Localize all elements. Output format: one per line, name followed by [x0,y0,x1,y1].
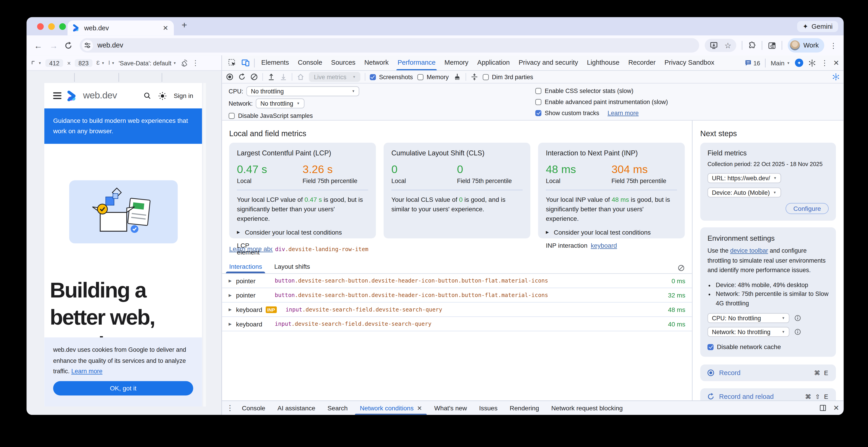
theme-toggle-icon[interactable] [158,92,167,100]
interaction-row[interactable]: ▶ pointer button.devsite-search-button.d… [222,274,692,288]
close-drawer-icon[interactable]: ✕ [833,404,839,412]
site-search-icon[interactable] [143,92,151,100]
rotate-device-icon[interactable] [180,59,188,67]
device-toolbar-toggle-icon[interactable] [239,59,252,67]
address-bar[interactable]: web.dev [80,38,699,53]
site-settings-icon[interactable] [82,40,93,51]
inspect-element-icon[interactable] [225,59,239,67]
tab-privacy-security[interactable]: Privacy and security [514,56,583,70]
drawer-tab-console[interactable]: Console [236,401,272,415]
browser-tab[interactable]: web.dev ✕ [67,20,174,35]
tab-application[interactable]: Application [473,56,515,70]
disable-network-cache-checkbox[interactable]: Disable network cache [708,343,829,350]
tab-privacy-sandbox[interactable]: Privacy Sandbox [660,56,719,70]
interaction-row[interactable]: ▶ keyboard input.devsite-search-field.de… [222,317,692,332]
load-profile-icon[interactable] [267,73,275,81]
device-height-input[interactable]: 823 [74,59,92,67]
device-toolbar-menu-icon[interactable]: ⋮ [192,59,199,67]
devtools-menu-icon[interactable]: ⋮ [821,59,828,67]
field-url-select[interactable]: URL: https://web.dev/▼ [708,173,781,183]
clear-icon[interactable] [250,73,258,81]
advanced-paint-checkbox[interactable]: Enable advanced paint instrumentation (s… [535,98,668,105]
drawer-tab-network-conditions[interactable]: Network conditions✕ [354,401,428,415]
cpu-info-icon[interactable] [795,315,801,321]
close-drawer-tab-icon[interactable]: ✕ [417,401,422,415]
clear-interactions-icon[interactable] [678,265,685,272]
cpu-throttling-select[interactable]: No throttling▼ [247,86,360,96]
dim-3rd-parties-checkbox[interactable]: Dim 3rd parties [483,73,533,80]
device-toolbar-link[interactable]: device toolbar [730,247,768,254]
viewport-scrollbar[interactable] [203,83,206,407]
screenshots-checkbox[interactable]: Screenshots [370,73,413,80]
memory-checkbox[interactable]: Memory [417,73,449,80]
device-width-input[interactable]: 412 [45,59,63,67]
webdev-logo-icon[interactable] [67,91,79,101]
tab-interactions[interactable]: Interactions [229,263,262,273]
close-devtools-icon[interactable]: ✕ [833,59,839,67]
collect-garbage-icon[interactable] [453,73,461,81]
custom-tracks-learn-more-link[interactable]: Learn more [608,109,639,116]
inp-local-conditions-expander[interactable]: ▶Consider your local test conditions [546,229,677,236]
minimize-window-button[interactable] [48,23,55,30]
tab-recorder[interactable]: Recorder [624,56,660,70]
record-icon[interactable] [226,73,234,81]
lcp-element-link[interactable]: div.devsite-landing-row-item-d… [272,245,368,252]
sign-in-link[interactable]: Sign in [174,92,193,99]
expand-row-icon[interactable]: ▶ [229,307,231,312]
device-select[interactable]: ▼ [31,60,41,65]
env-network-select[interactable]: Network: No throttling▼ [708,327,789,337]
configure-button[interactable]: Configure [785,203,829,214]
tab-performance[interactable]: Performance [393,56,440,70]
forward-button[interactable]: → [49,41,59,50]
disable-js-samples-checkbox[interactable]: Disable JavaScript samples [229,112,313,119]
interaction-row[interactable]: ▶ pointer button.devsite-search-button.d… [222,288,692,303]
tab-layout-shifts[interactable]: Layout shifts [274,263,310,273]
record-and-reload-button[interactable]: Record and reload ⌘ ⇧ E [700,388,836,401]
expand-row-icon[interactable]: ▶ [229,278,231,283]
new-tab-button[interactable]: + [182,20,187,31]
record-button[interactable]: Record ⌘ E [700,365,836,381]
maximize-window-button[interactable] [59,23,66,30]
bookmark-star-icon[interactable]: ☆ [724,41,732,50]
tab-network[interactable]: Network [360,56,393,70]
devtools-settings-icon[interactable] [808,59,816,67]
drawer-tab-whats-new[interactable]: What's new [428,401,473,415]
tab-lighthouse[interactable]: Lighthouse [583,56,624,70]
drawer-menu-icon[interactable]: ⋮ [226,404,234,412]
zoom-select[interactable]: Ɛ▼ [96,60,105,66]
drawer-tab-rendering[interactable]: Rendering [503,401,545,415]
expand-row-icon[interactable]: ▶ [229,293,231,298]
inp-interaction-link[interactable]: keyboard [591,242,617,249]
record-and-reload-icon[interactable] [238,73,246,81]
show-custom-tracks-checkbox[interactable]: Show custom tracks Learn more [535,109,668,116]
perf-settings-gear-icon[interactable] [832,73,840,81]
drawer-tab-network-request-blocking[interactable]: Network request blocking [545,401,629,415]
expand-row-icon[interactable]: ▶ [229,322,231,326]
menu-icon[interactable] [53,92,62,99]
tab-sources[interactable]: Sources [327,56,360,70]
css-selector-stats-checkbox[interactable]: Enable CSS selector stats (slow) [535,87,668,94]
cookie-learn-more-link[interactable]: Learn more [71,368,102,374]
back-button[interactable]: ← [33,41,43,50]
interaction-row[interactable]: ▶ keyboard INP input.devsite-search-fiel… [222,303,692,317]
save-data-select[interactable]: 'Save-Data': default▼ [119,60,176,66]
lcp-local-conditions-expander[interactable]: ▶Consider your local test conditions [237,229,368,236]
console-messages-button[interactable]: 16 [745,59,760,67]
tab-elements[interactable]: Elements [257,56,293,70]
network-throttling-select[interactable]: No throttling▼ [256,98,304,108]
drawer-tab-search[interactable]: Search [321,401,354,415]
collapse-sections-icon[interactable] [470,73,478,81]
close-tab-icon[interactable]: ✕ [163,24,168,32]
side-panel-search-icon[interactable] [768,41,776,49]
tab-console[interactable]: Console [293,56,327,70]
drawer-tab-issues[interactable]: Issues [473,401,503,415]
network-info-icon[interactable] [795,329,801,335]
site-brand[interactable]: web.dev [83,90,117,101]
env-cpu-select[interactable]: CPU: No throttling▼ [708,313,789,323]
main-context-select[interactable]: Main▼ [771,60,790,66]
cookie-ok-button[interactable]: OK, got it [53,381,193,395]
dock-drawer-icon[interactable] [819,404,827,411]
ai-assistance-icon[interactable]: ✦ [795,59,803,67]
throttling-select[interactable]: Ɩ▼ [109,60,115,66]
browser-menu-icon[interactable]: ⋮ [830,41,837,49]
